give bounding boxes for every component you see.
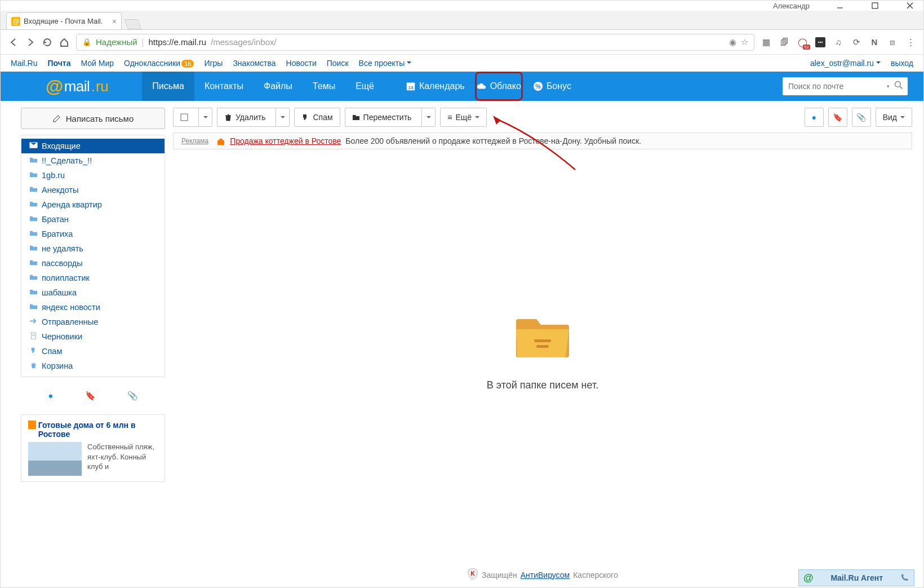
portal-link-news[interactable]: Новости — [286, 59, 317, 68]
compose-button[interactable]: Написать письмо — [21, 108, 165, 129]
nav-contacts[interactable]: Контакты — [194, 72, 254, 101]
address-bar[interactable]: 🔒 Надежный | https://e.mail.ru/messages/… — [76, 34, 754, 51]
folder-folder-4[interactable]: Аренда квартир — [21, 197, 165, 212]
portal-link-games[interactable]: Игры — [204, 59, 223, 68]
nav-more[interactable]: Ещё — [345, 72, 384, 101]
spam-button[interactable]: Спам — [294, 108, 340, 127]
shield-icon: K — [467, 568, 478, 582]
ext-doc-icon[interactable]: 🗐 — [779, 37, 789, 47]
ext-dots-icon[interactable]: ••• — [815, 37, 825, 47]
calendar-icon: 13 — [406, 81, 416, 91]
browser-tab[interactable]: @ Входящие - Почта Mail. × — [6, 12, 122, 29]
ext-pin-icon[interactable]: ⧇ — [887, 37, 898, 47]
antivirus-link[interactable]: АнтиВирусом — [521, 571, 570, 580]
folder-drafts-13[interactable]: Черновики — [21, 329, 165, 344]
folder-folder-3[interactable]: Анекдоты — [21, 183, 165, 197]
mailru-agent-bar[interactable]: @ Mail.Ru Агент — [798, 569, 914, 586]
nav-letters[interactable]: Письма — [142, 72, 194, 101]
search-dropdown-icon[interactable]: ▾ — [887, 83, 890, 89]
attachment-icon[interactable]: 📎 — [127, 391, 138, 401]
agent-label: Mail.Ru Агент — [819, 573, 895, 582]
mail-search[interactable]: ▾ — [783, 77, 908, 95]
sidebar-ad[interactable]: Готовые дома от 6 млн в Ростове Собствен… — [21, 414, 165, 482]
nav-calendar[interactable]: 13 Календарь — [396, 72, 475, 101]
eye-icon[interactable]: ◉ — [729, 37, 736, 47]
empty-folder-state: В этой папке писем нет. — [173, 149, 912, 551]
svg-point-9 — [895, 82, 901, 87]
nav-themes[interactable]: Темы — [303, 72, 345, 101]
portal-link-mailru[interactable]: Mail.Ru — [11, 59, 37, 68]
portal-link-search[interactable]: Поиск — [327, 59, 349, 68]
folder-icon — [29, 156, 38, 165]
portal-link-mymir[interactable]: Мой Мир — [81, 59, 114, 68]
new-tab-button[interactable] — [125, 19, 142, 29]
nav-bonus[interactable]: % Бонус — [523, 72, 581, 101]
move-button[interactable]: Переместить — [345, 108, 436, 127]
folder-folder-1[interactable]: !!_Сделать_!! — [21, 153, 165, 168]
search-input[interactable] — [788, 82, 887, 91]
folder-inbox-0[interactable]: Входящие — [21, 139, 165, 153]
folder-icon — [29, 229, 38, 238]
extensions-row: ▦ 🗐 ◯52 ••• ♫ ⟳ N ⧇ ⋮ — [761, 37, 916, 47]
mailru-logo[interactable]: @mail.ru — [46, 76, 108, 97]
main-nav: @mail.ru Письма Контакты Файлы Темы Ещё … — [1, 72, 923, 101]
portal-link-ok[interactable]: Одноклассники16 — [124, 59, 194, 68]
delete-button[interactable]: Удалить — [217, 108, 290, 127]
folder-spam-14[interactable]: Спам — [21, 344, 165, 359]
house-icon — [216, 136, 225, 145]
window-maximize-button[interactable] — [865, 1, 885, 11]
reload-button[interactable] — [42, 37, 52, 47]
tab-close-icon[interactable]: × — [112, 17, 117, 26]
folder-folder-10[interactable]: шабашка — [21, 285, 165, 300]
thumb-down-icon — [301, 113, 309, 121]
forward-button[interactable] — [25, 37, 35, 47]
ext-n-icon[interactable]: N — [869, 37, 879, 47]
ad-strip[interactable]: Реклама Продажа коттеджей в Ростове Боле… — [173, 132, 912, 149]
svg-rect-16 — [536, 345, 549, 348]
portal-link-mail[interactable]: Почта — [47, 59, 70, 68]
window-close-button[interactable] — [900, 1, 920, 11]
unread-dot-icon[interactable]: ● — [48, 391, 53, 401]
folder-folder-9[interactable]: полипластик — [21, 271, 165, 285]
svg-line-10 — [900, 86, 902, 89]
user-email[interactable]: alex_ostr@mail.ru — [810, 59, 881, 68]
folder-icon — [29, 244, 38, 253]
select-all-checkbox[interactable] — [173, 108, 212, 127]
ext-scan-icon[interactable]: ⟳ — [851, 37, 861, 47]
nav-cloud[interactable]: Облако — [475, 72, 523, 101]
portal-link-all[interactable]: Все проекты — [359, 59, 412, 68]
attach-filter-button[interactable]: 📎 — [852, 108, 871, 127]
folder-icon — [29, 215, 38, 224]
flag-icon[interactable]: 🔖 — [85, 391, 96, 401]
ext-video-icon[interactable]: ▦ — [761, 37, 771, 47]
window-minimize-button[interactable] — [830, 1, 850, 11]
ext-shield-icon[interactable]: ◯52 — [797, 37, 807, 47]
folder-icon — [29, 259, 38, 268]
browser-toolbar: 🔒 Надежный | https://e.mail.ru/messages/… — [1, 30, 923, 55]
folder-folder-6[interactable]: Братиха — [21, 227, 165, 241]
nav-files[interactable]: Файлы — [254, 72, 303, 101]
unread-filter-button[interactable]: ● — [805, 108, 824, 127]
ad-link[interactable]: Продажа коттеджей в Ростове — [230, 136, 341, 145]
portal-link-dating[interactable]: Знакомства — [233, 59, 276, 68]
star-icon[interactable]: ☆ — [741, 37, 748, 47]
home-button[interactable] — [59, 37, 69, 47]
folder-folder-11[interactable]: яндекс новости — [21, 300, 165, 315]
folder-folder-8[interactable]: пассворды — [21, 256, 165, 271]
more-button[interactable]: ≡Ещё — [440, 108, 487, 127]
phone-icon[interactable] — [900, 573, 909, 583]
folder-folder-5[interactable]: Братан — [21, 212, 165, 227]
back-button[interactable] — [8, 37, 19, 47]
folder-folder-2[interactable]: 1gb.ru — [21, 168, 165, 183]
folder-icon — [352, 113, 360, 121]
flagged-filter-button[interactable]: 🔖 — [828, 108, 847, 127]
folder-icon — [29, 200, 38, 209]
folder-sent-12[interactable]: Отправленные — [21, 315, 165, 329]
logout-link[interactable]: выход — [891, 59, 913, 68]
browser-menu-icon[interactable]: ⋮ — [905, 37, 916, 47]
view-button[interactable]: Вид — [876, 108, 912, 127]
ext-music-icon[interactable]: ♫ — [833, 37, 843, 47]
search-icon[interactable] — [894, 81, 903, 92]
folder-folder-7[interactable]: не удалять — [21, 241, 165, 256]
folder-trash-15[interactable]: Корзина — [21, 359, 165, 373]
